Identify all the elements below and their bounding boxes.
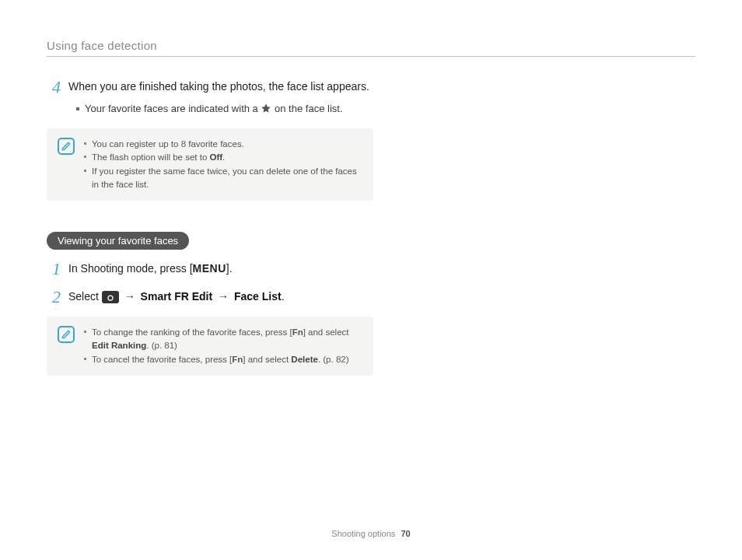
bullet-icon (84, 358, 86, 360)
step-number: 4 (47, 79, 61, 96)
step-text: In Shooting mode, press [MENU]. (68, 261, 233, 276)
bullet-icon (76, 107, 79, 110)
tip-box: You can register up to 8 favorite faces.… (47, 128, 373, 201)
tip-box: To change the ranking of the favorite fa… (47, 317, 373, 376)
page-footer: Shooting options 70 (0, 529, 742, 538)
tip-list: You can register up to 8 favorite faces.… (84, 138, 362, 191)
content-column: 4 When you are finished taking the photo… (47, 79, 373, 376)
tip-item: To cancel the favorite faces, press [Fn]… (84, 353, 362, 366)
step-4: 4 When you are finished taking the photo… (47, 79, 373, 96)
menu-button-label: MENU (193, 262, 226, 275)
tip-list: To change the ranking of the favorite fa… (84, 326, 362, 366)
arrow-icon: → (124, 290, 135, 303)
tip-item: If you register the same face twice, you… (84, 165, 362, 192)
tip-text: To cancel the favorite faces, press [Fn]… (92, 353, 349, 366)
fn-button-label: Fn (232, 355, 243, 364)
tip-text: The flash option will be set to Off. (92, 151, 225, 164)
tip-item: The flash option will be set to Off. (84, 151, 362, 164)
tip-text: To change the ranking of the favorite fa… (92, 326, 362, 353)
camera-icon (102, 291, 119, 303)
section-heading: Viewing your favorite faces (47, 232, 189, 250)
bullet-icon (84, 331, 86, 333)
document-page: Using face detection 4 When you are fini… (0, 0, 742, 560)
tip-text: If you register the same face twice, you… (92, 165, 362, 192)
sub-bullet-text: Your favorite faces are indicated with a… (85, 102, 343, 117)
step-2: 2 Select → Smart FR Edit → Face List. (47, 289, 373, 306)
footer-section: Shooting options (331, 529, 395, 538)
tip-item: You can register up to 8 favorite faces. (84, 138, 362, 151)
note-icon (58, 326, 75, 343)
step-4-subbullets: Your favorite faces are indicated with a… (76, 102, 373, 117)
tip-item: To change the ranking of the favorite fa… (84, 326, 362, 353)
step-1: 1 In Shooting mode, press [MENU]. (47, 261, 373, 278)
step-number: 1 (47, 261, 61, 278)
step-text: When you are finished taking the photos,… (68, 79, 369, 94)
bullet-icon (84, 142, 86, 145)
note-icon (58, 138, 75, 155)
fn-button-label: Fn (292, 327, 303, 337)
page-number: 70 (401, 529, 410, 538)
bullet-icon (84, 156, 86, 158)
arrow-icon: → (218, 290, 229, 303)
step-number: 2 (47, 289, 61, 306)
bullet-icon (84, 170, 86, 172)
svg-rect-1 (108, 292, 113, 295)
step-text: Select → Smart FR Edit → Face List. (68, 289, 285, 304)
tip-text: You can register up to 8 favorite faces. (92, 138, 244, 151)
page-header: Using face detection (47, 39, 695, 57)
sub-bullet: Your favorite faces are indicated with a… (76, 102, 373, 117)
star-icon (261, 103, 271, 117)
